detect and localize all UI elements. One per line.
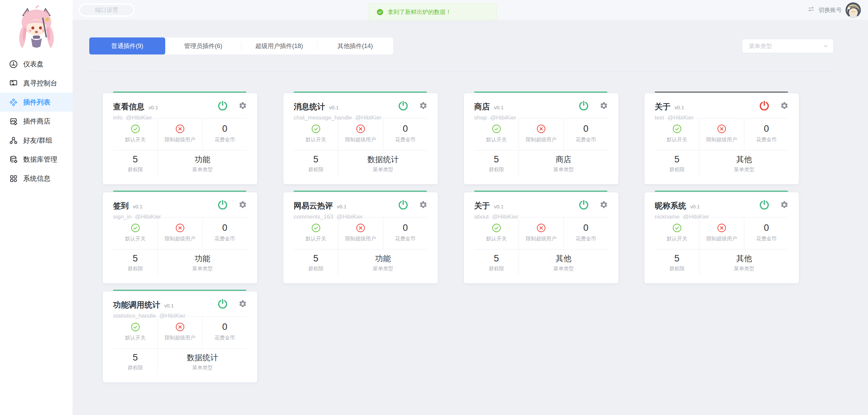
stat-value: 其他: [736, 155, 752, 164]
plugin-author: @HibiKier: [126, 114, 152, 121]
user-avatar[interactable]: [846, 2, 861, 18]
sidebar-item-dashboard[interactable]: 仪表盘: [0, 54, 73, 74]
stat-label: 花费金币: [576, 236, 596, 242]
plugin-card: 签到v0.1 sign_in @HibiKier: [103, 191, 257, 283]
filter-row: 普通插件(9) 管理员插件(6) 超级用户插件(18) 其他插件(14) 菜单类…: [89, 37, 868, 54]
stat-cost-gold: 0 花费金币: [203, 218, 247, 249]
plugin-version: v0.1: [149, 105, 158, 110]
stat-label: 花费金币: [576, 137, 596, 143]
settings-gear-icon[interactable]: [238, 201, 247, 209]
stat-label: 默认开关: [125, 335, 145, 341]
sidebar-item-console[interactable]: 真寻控制台: [0, 74, 73, 93]
stat-label: 花费金币: [395, 137, 416, 143]
check-circle-icon: [672, 124, 682, 133]
power-toggle-icon[interactable]: [217, 298, 228, 309]
port-settings-input[interactable]: [79, 3, 135, 17]
stat-default-switch: 默认开关: [655, 118, 699, 150]
stat-value: 5: [133, 353, 138, 362]
stat-label: 群权限: [128, 266, 143, 272]
sidebar-item-friends-groups[interactable]: 好友/群组: [0, 131, 73, 150]
tab-normal-plugins[interactable]: 普通插件(9): [89, 37, 165, 54]
stat-menu-type: 数据统计 菜单类型: [338, 150, 428, 176]
plugin-title: 功能调用统计: [113, 300, 160, 309]
menu-type-select[interactable]: 菜单类型: [742, 39, 834, 53]
tab-admin-plugins[interactable]: 管理员插件(6): [165, 37, 241, 54]
settings-gear-icon[interactable]: [600, 101, 608, 110]
stat-default-switch: 默认开关: [474, 218, 519, 249]
x-circle-icon: [175, 223, 185, 233]
stat-label: 限制超级用户: [345, 137, 376, 143]
sidebar-item-database[interactable]: 数据库管理: [0, 150, 73, 169]
stat-cost-gold: 0 花费金币: [564, 118, 608, 150]
plugin-version: v0.1: [494, 204, 503, 209]
sidebar-item-system-info[interactable]: 系统信息: [0, 169, 73, 188]
stat-group-level: 5 群权限: [655, 150, 699, 176]
plugins-icon: [9, 98, 18, 107]
stat-limit-superuser: 限制超级用户: [158, 317, 202, 348]
power-toggle-icon[interactable]: [398, 100, 409, 111]
settings-gear-icon[interactable]: [419, 201, 428, 209]
check-circle-icon: [311, 124, 321, 133]
stat-group-level: 5 群权限: [113, 150, 158, 176]
plugin-title: 查看信息: [113, 102, 144, 111]
stat-menu-type: 功能 菜单类型: [338, 250, 428, 275]
switch-account-label[interactable]: 切换账号: [819, 6, 842, 14]
x-circle-icon: [717, 223, 726, 233]
settings-gear-icon[interactable]: [238, 300, 247, 308]
settings-gear-icon[interactable]: [238, 101, 247, 110]
plugin-title: 关于: [474, 201, 490, 210]
bot-avatar: [0, 0, 73, 54]
power-toggle-icon[interactable]: [217, 100, 228, 111]
settings-gear-icon[interactable]: [600, 201, 608, 209]
plugin-status-line: [294, 92, 427, 93]
account-area: 切换账号: [807, 0, 861, 20]
sidebar-item-label: 好友/群组: [23, 136, 52, 145]
stat-label: 默认开关: [306, 236, 326, 242]
plugin-status-line: [113, 191, 246, 192]
plugin-card: 网易云热评v0.1 comments_163 @HibiKier: [283, 191, 438, 283]
stat-label: 群权限: [128, 365, 143, 371]
stat-limit-superuser: 限制超级用户: [158, 118, 202, 150]
power-toggle-icon[interactable]: [759, 199, 770, 210]
store-icon: [9, 117, 18, 126]
stat-limit-superuser: 限制超级用户: [519, 118, 563, 150]
stat-limit-superuser: 限制超级用户: [158, 218, 202, 249]
stat-default-switch: 默认开关: [113, 218, 158, 249]
sidebar-item-label: 数据库管理: [23, 155, 57, 164]
stat-cost-gold: 0 花费金币: [203, 317, 247, 348]
stat-group-level: 5 群权限: [113, 250, 158, 275]
power-toggle-icon[interactable]: [759, 100, 770, 111]
sidebar-item-plugin-list[interactable]: 插件列表: [0, 93, 73, 112]
stat-value: 5: [675, 155, 680, 164]
stat-label: 限制超级用户: [706, 137, 737, 143]
tab-other-plugins[interactable]: 其他插件(14): [317, 37, 393, 54]
plugin-module: test: [655, 114, 664, 121]
stat-value: 0: [764, 223, 769, 233]
settings-gear-icon[interactable]: [780, 201, 789, 209]
settings-gear-icon[interactable]: [419, 101, 428, 110]
plugin-card: 关于v0.1 about @HibiKier: [464, 191, 618, 283]
stat-value: 5: [313, 254, 319, 263]
stat-value: 其他: [556, 254, 571, 263]
sidebar-item-plugin-store[interactable]: 插件商店: [0, 112, 73, 131]
power-toggle-icon[interactable]: [217, 199, 228, 210]
plugin-card: 查看信息v0.1 info @HibiKier: [103, 92, 257, 184]
plugin-card-header: 商店v0.1 shop @HibiKier: [474, 93, 608, 118]
stat-label: 限制超级用户: [165, 335, 195, 341]
power-toggle-icon[interactable]: [578, 100, 589, 111]
plugin-card: 关于v0.1 test @HibiKier: [645, 92, 799, 184]
stat-value: 5: [313, 155, 319, 164]
stat-menu-type: 其他 菜单类型: [699, 250, 789, 275]
stat-value: 功能: [375, 254, 391, 263]
stat-value: 其他: [736, 254, 752, 263]
plugin-card-header: 签到v0.1 sign_in @HibiKier: [113, 192, 247, 218]
settings-gear-icon[interactable]: [780, 101, 789, 110]
stat-value: 5: [494, 254, 499, 263]
plugin-author: @HibiKier: [683, 213, 709, 220]
stat-label: 限制超级用户: [706, 236, 737, 242]
power-toggle-icon[interactable]: [398, 199, 409, 210]
stat-label: 限制超级用户: [345, 236, 376, 242]
power-toggle-icon[interactable]: [578, 199, 589, 210]
tab-superuser-plugins[interactable]: 超级用户插件(18): [241, 37, 317, 54]
stat-value: 5: [133, 155, 138, 164]
